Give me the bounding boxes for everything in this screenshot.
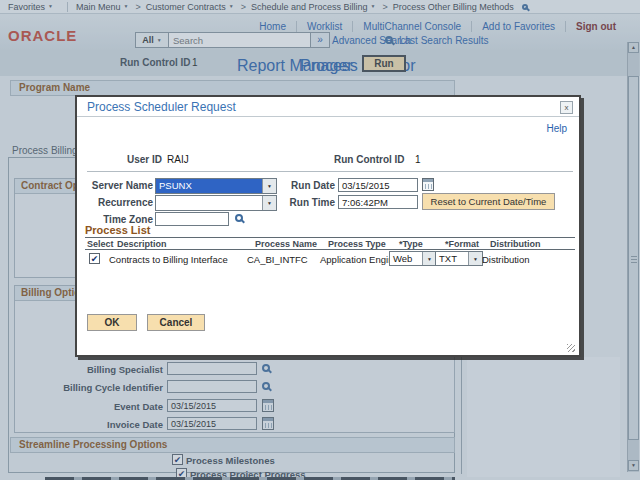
server-name-value: PSUNX <box>156 179 262 193</box>
billing-specialist-input[interactable] <box>167 362 257 375</box>
process-select-checkbox[interactable]: ✔ <box>89 253 100 264</box>
header: ORACLE Home Worklist MultiChannel Consol… <box>0 14 640 50</box>
last-search-results-link[interactable]: Last Search Results <box>399 35 489 46</box>
chevron-down-icon[interactable]: ▼ <box>468 252 482 265</box>
col-distribution: Distribution <box>490 239 541 249</box>
favorites-menu[interactable]: Favorites ▼ <box>8 2 53 12</box>
billing-cycle-identifier-label: Billing Cycle Identifier <box>20 382 163 393</box>
billing-specialist-label: Billing Specialist <box>20 364 163 375</box>
billing-specialist-lookup-icon[interactable] <box>262 364 270 372</box>
type-dropdown[interactable]: Web ▼ <box>389 251 437 266</box>
event-date-label: Event Date <box>20 401 163 412</box>
recurrence-dropdown[interactable]: ▼ <box>155 195 277 211</box>
col-process-name: Process Name <box>255 239 317 249</box>
format-value: TXT <box>436 252 468 265</box>
dialog-title: Process Scheduler Request <box>87 100 236 114</box>
search-bar: All ▼ » <box>135 32 330 48</box>
application-window: Favorites ▼ Main Menu ▼ > Customer Contr… <box>0 0 640 480</box>
search-input[interactable] <box>169 32 311 48</box>
run-date-label: Run Date <box>262 180 335 191</box>
invoice-date-input[interactable]: 03/15/2015 <box>167 417 257 430</box>
server-name-dropdown[interactable]: PSUNX ▼ <box>155 178 277 194</box>
process-milestones-checkbox[interactable]: ✔ <box>172 454 183 465</box>
main-menu[interactable]: Main Menu ▼ <box>76 2 128 12</box>
breadcrumb-separator: > <box>241 2 246 12</box>
recurrence-value <box>156 196 262 210</box>
cancel-button[interactable]: Cancel <box>147 314 205 331</box>
distribution-link[interactable]: Distribution <box>482 254 530 265</box>
chevron-down-icon: ▼ <box>124 4 129 9</box>
invoice-date-label: Invoice Date <box>20 419 163 430</box>
col-type: *Type <box>399 239 423 249</box>
event-date-input[interactable]: 03/15/2015 <box>167 399 257 412</box>
run-time-label: Run Time <box>262 197 335 208</box>
col-description: Description <box>117 239 167 249</box>
process-name: CA_BI_INTFC <box>247 254 308 265</box>
process-scheduler-request-dialog: Process Scheduler Request x Help User ID… <box>75 95 581 357</box>
event-date-calendar-icon[interactable] <box>262 399 274 412</box>
breadcrumb-search-icon <box>522 4 528 10</box>
reset-datetime-button[interactable]: Reset to Current Date/Time <box>422 193 555 210</box>
search-go-button[interactable]: » <box>311 32 330 48</box>
col-format: *Format <box>445 239 479 249</box>
close-icon[interactable]: x <box>560 101 573 114</box>
chevron-down-icon: ▼ <box>371 4 376 9</box>
page-toolbar: Run Control ID 1 Report Manager Process … <box>0 50 640 76</box>
col-process-type: Process Type <box>328 239 386 249</box>
breadcrumb-separator: > <box>135 2 140 12</box>
billing-cycle-lookup-icon[interactable] <box>262 382 270 390</box>
vertical-scrollbar[interactable]: ▲ ▼ <box>627 42 639 472</box>
col-select: Select <box>87 239 114 249</box>
invoice-date-calendar-icon[interactable] <box>262 417 274 430</box>
chevron-down-icon: ▼ <box>48 4 53 9</box>
breadcrumb-process-other-billing[interactable]: Process Other Billing Methods <box>393 2 514 12</box>
dialog-run-control-id-value: 1 <box>415 154 421 165</box>
home-link[interactable]: Home <box>249 21 296 32</box>
column-divider <box>461 357 462 474</box>
multichannel-console-link[interactable]: MultiChannel Console <box>352 21 471 32</box>
chevron-down-icon: ▼ <box>229 4 234 9</box>
dialog-resize-handle[interactable] <box>567 344 575 352</box>
breadcrumb: Favorites ▼ Main Menu ▼ > Customer Contr… <box>0 0 640 14</box>
run-button[interactable]: Run <box>362 55 406 72</box>
right-panel <box>467 357 620 477</box>
ok-button[interactable]: OK <box>87 314 137 331</box>
process-description: Contracts to Billing Interface <box>109 254 228 265</box>
last-search-results-icon <box>385 36 393 44</box>
help-link[interactable]: Help <box>546 123 567 134</box>
breadcrumb-divider <box>67 2 68 12</box>
sign-out-link[interactable]: Sign out <box>565 21 626 32</box>
billing-cycle-identifier-input[interactable] <box>167 380 257 393</box>
run-control-id-label: Run Control ID <box>120 57 191 68</box>
header-links: Home Worklist MultiChannel Console Add t… <box>249 21 626 32</box>
process-type: Application Engine <box>320 254 399 265</box>
user-id-value: RAIJ <box>167 154 189 165</box>
time-zone-lookup-icon[interactable] <box>235 214 243 222</box>
scrollbar-thumb[interactable] <box>628 76 639 440</box>
scroll-down-button[interactable]: ▼ <box>628 460 639 471</box>
server-name-label: Server Name <box>77 180 153 191</box>
search-scope-dropdown[interactable]: All ▼ <box>135 32 169 48</box>
recurrence-label: Recurrence <box>77 197 153 208</box>
dialog-run-control-id-label: Run Control ID <box>334 154 405 165</box>
add-to-favorites-link[interactable]: Add to Favorites <box>471 21 565 32</box>
breadcrumb-schedule-process-billing[interactable]: Schedule and Process Billing ▼ <box>251 2 376 12</box>
type-value: Web <box>390 252 422 265</box>
chevron-down-icon: ▼ <box>157 38 162 43</box>
scroll-up-button[interactable]: ▲ <box>628 42 639 53</box>
run-time-input[interactable]: 7:06:42PM <box>338 195 418 209</box>
user-id-label: User ID <box>127 154 162 165</box>
time-zone-input[interactable] <box>155 212 229 226</box>
chevron-down-icon[interactable]: ▼ <box>422 252 436 265</box>
process-list-header-row: Select Description Process Name Process … <box>85 237 575 250</box>
run-control-id-value: 1 <box>192 57 198 68</box>
worklist-link[interactable]: Worklist <box>296 21 352 32</box>
run-date-calendar-icon[interactable] <box>422 178 434 191</box>
dialog-titlebar: Process Scheduler Request x <box>77 97 579 117</box>
breadcrumb-customer-contracts[interactable]: Customer Contracts ▼ <box>146 2 234 12</box>
format-dropdown[interactable]: TXT ▼ <box>435 251 483 266</box>
run-date-input[interactable]: 03/15/2015 <box>338 178 418 192</box>
breadcrumb-separator: > <box>383 2 388 12</box>
process-list-title: Process List <box>85 224 150 236</box>
process-milestones-label: Process Milestones <box>186 455 275 466</box>
